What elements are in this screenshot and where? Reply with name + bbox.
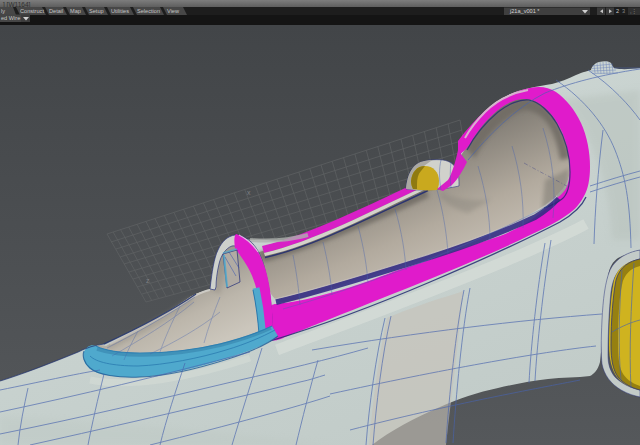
svg-text:j21a_v001 *: j21a_v001 *: [509, 8, 540, 14]
svg-text:Detail: Detail: [49, 8, 63, 14]
svg-text:z: z: [146, 277, 150, 284]
svg-text:Construct: Construct: [20, 8, 44, 14]
svg-text:ed Wire: ed Wire: [1, 15, 20, 21]
svg-text:Utilities: Utilities: [111, 8, 129, 14]
svg-text:x: x: [247, 189, 251, 196]
svg-text:Selection: Selection: [137, 8, 160, 14]
svg-text:ly: ly: [1, 8, 5, 14]
svg-text:Setup: Setup: [89, 8, 104, 14]
svg-text:Map: Map: [70, 8, 81, 14]
svg-text:2: 2: [616, 8, 619, 14]
svg-text:,⋮: ,⋮: [630, 8, 637, 14]
svg-text:3: 3: [622, 8, 625, 14]
svg-text:View: View: [167, 8, 180, 14]
